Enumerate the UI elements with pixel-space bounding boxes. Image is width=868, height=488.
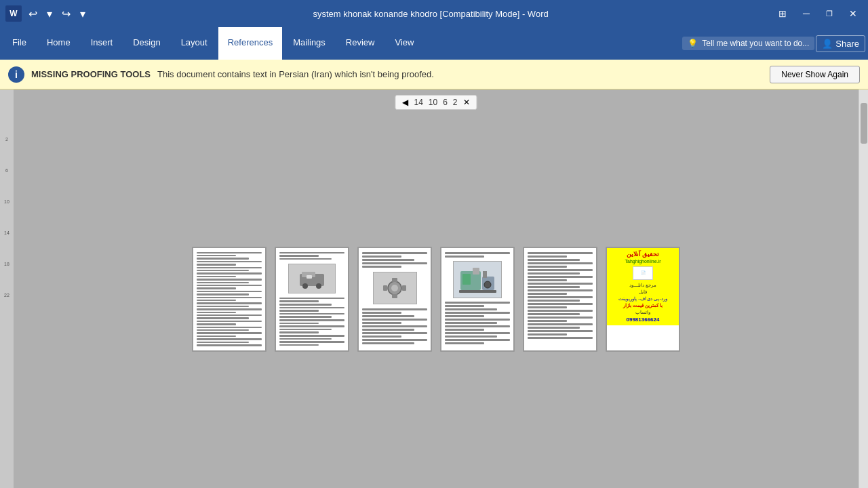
- tab-home[interactable]: Home: [37, 27, 80, 60]
- ruler-num-18: 18: [4, 258, 9, 270]
- svg-rect-10: [402, 285, 406, 291]
- ruler-num-22: 22: [4, 289, 9, 302]
- thumb-line: [279, 335, 344, 337]
- minimize-button[interactable]: ─: [797, 7, 815, 20]
- thumb-line: [362, 252, 427, 254]
- never-show-button[interactable]: Never Show Again: [770, 66, 860, 83]
- thumb-line: [445, 332, 510, 334]
- page-thumb-5[interactable]: [523, 247, 597, 352]
- thumb-line: [197, 291, 262, 292]
- page-num-6: 6: [443, 98, 448, 107]
- thumb-line: [279, 304, 332, 306]
- thumb-line: [528, 262, 593, 264]
- vertical-scrollbar[interactable]: [859, 89, 868, 488]
- ruler-num-10: 10: [4, 196, 9, 208]
- tab-review[interactable]: Review: [336, 27, 384, 60]
- notification-title: MISSING PROOFING TOOLS: [31, 69, 151, 79]
- ruler-num-2: 2: [5, 134, 8, 146]
- thumb-line: [279, 338, 332, 340]
- thumb-line: [279, 329, 332, 331]
- thumb-line: [528, 327, 580, 329]
- main-content: ◀ 14 10 6 2 ✕: [14, 89, 859, 488]
- thumb-line: [528, 313, 580, 315]
- redo-button[interactable]: ↪: [59, 6, 73, 22]
- thumb-line: [362, 312, 401, 314]
- thumb-line: [445, 312, 510, 314]
- page-num-14: 14: [414, 98, 422, 107]
- svg-rect-14: [473, 268, 479, 274]
- ribbon: File Home Insert Design Layout Reference…: [0, 27, 868, 60]
- window-controls: ⊞ ─ ❐ ✕: [773, 7, 863, 20]
- thumb-line: [279, 255, 319, 257]
- thumb-line: [445, 342, 484, 344]
- thumb-line: [197, 272, 262, 274]
- share-button[interactable]: 👤 Share: [816, 35, 865, 52]
- thumb-line: [279, 319, 344, 321]
- page-thumb-2[interactable]: [275, 247, 349, 352]
- thumb-line: [445, 305, 484, 307]
- svg-point-16: [484, 281, 491, 288]
- thumb-line: [279, 300, 319, 302]
- thumb-line: [362, 315, 414, 317]
- page-num-2: 2: [453, 98, 458, 107]
- ruler-num-6: 6: [5, 165, 8, 177]
- thumb-line: [197, 261, 262, 262]
- thumb-line: [279, 313, 344, 315]
- thumb-line: [528, 310, 593, 312]
- undo-button[interactable]: ↩: [26, 6, 40, 22]
- page-nav-close[interactable]: ✕: [460, 97, 473, 108]
- page-thumb-1[interactable]: [192, 247, 267, 352]
- thumb-line: [528, 317, 593, 319]
- tab-layout[interactable]: Layout: [172, 27, 217, 60]
- undo-dropdown-button[interactable]: ▾: [44, 6, 55, 22]
- thumb-content-2: [276, 248, 348, 350]
- thumb-line: [528, 333, 567, 336]
- tab-view[interactable]: View: [385, 27, 423, 60]
- thumb-line: [528, 252, 593, 254]
- scrollbar-thumb[interactable]: [861, 103, 867, 144]
- close-button[interactable]: ✕: [844, 7, 863, 20]
- svg-point-6: [391, 285, 398, 291]
- page-thumb-4[interactable]: [440, 247, 515, 352]
- page-navigator: ◀ 14 10 6 2 ✕: [395, 95, 477, 110]
- notification-message: This document contains text in Persian (…: [157, 69, 434, 79]
- thumb-line: [197, 287, 236, 289]
- thumb-line: [528, 300, 580, 302]
- thumb-line: [197, 270, 249, 271]
- thumb-line: [362, 332, 427, 334]
- page-nav-prev[interactable]: ◀: [399, 97, 411, 108]
- tab-insert[interactable]: Insert: [81, 27, 123, 60]
- ribbon-search[interactable]: 💡 Tell me what you want to do...: [682, 37, 814, 50]
- thumb-line: [197, 293, 249, 295]
- thumb-content-1: [193, 248, 265, 350]
- tab-mailings[interactable]: Mailings: [283, 27, 335, 60]
- thumb-line: [528, 279, 567, 281]
- notification-icon: i: [8, 66, 24, 83]
- page-nav-numbers: 14 10 6 2: [414, 98, 457, 107]
- thumb-line: [445, 252, 510, 254]
- page-thumb-3[interactable]: [357, 247, 432, 352]
- tab-design[interactable]: Design: [123, 27, 170, 60]
- svg-rect-4: [307, 275, 312, 279]
- view-button[interactable]: ⊞: [773, 7, 792, 20]
- thumb-line: [445, 308, 497, 310]
- ad-text5: واتساپ: [635, 310, 650, 315]
- thumb-line: [197, 329, 249, 331]
- page-thumb-6[interactable]: تحقیق آنلاین Tahghighonline.ir 📄 مرجع دا…: [606, 247, 680, 352]
- title-bar: W ↩ ▾ ↪ ▾ system khonak konande khodro […: [0, 0, 868, 27]
- customize-qat-button[interactable]: ▾: [77, 6, 88, 22]
- thumb-line: [197, 338, 262, 340]
- thumb-line: [362, 339, 427, 341]
- tab-file[interactable]: File: [3, 27, 36, 60]
- thumb-line: [445, 256, 484, 258]
- tab-references[interactable]: References: [218, 27, 282, 60]
- thumb-line: [445, 336, 497, 338]
- restore-button[interactable]: ❐: [821, 8, 838, 20]
- thumb-content-4: [441, 248, 513, 350]
- thumb-line: [362, 266, 401, 268]
- ad-url: Tahghighonline.ir: [625, 259, 661, 264]
- thumb-line: [197, 267, 262, 268]
- thumb-line: [197, 285, 262, 286]
- thumb-ad-content: تحقیق آنلاین Tahghighonline.ir 📄 مرجع دا…: [607, 248, 679, 325]
- thumb-line: [197, 321, 262, 322]
